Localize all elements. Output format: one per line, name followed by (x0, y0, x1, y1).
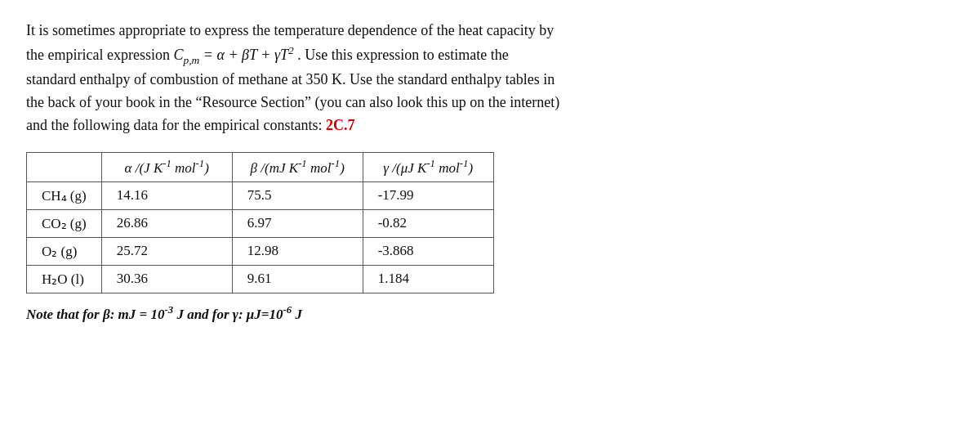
cell-alpha: 30.36 (101, 265, 232, 293)
cell-alpha: 25.72 (101, 237, 232, 265)
line5-prefix: and the following data for the empirical… (26, 117, 326, 133)
formula-subscript: p,m (183, 53, 199, 65)
line2-suffix: . Use this expression to estimate the (294, 47, 509, 63)
table-row: CH₄ (g)14.1675.5-17.99 (27, 181, 494, 209)
table-row: H₂O (l)30.369.611.184 (27, 265, 494, 293)
line1-text: It is sometimes appropriate to express t… (26, 22, 554, 38)
cell-alpha: 26.86 (101, 209, 232, 237)
cell-species: O₂ (g) (27, 237, 102, 265)
header-alpha: α /(J K-1 mol-1) (101, 153, 232, 182)
header-species (27, 153, 102, 182)
table-row: O₂ (g)25.7212.98-3.868 (27, 237, 494, 265)
cell-alpha: 14.16 (101, 181, 232, 209)
note-text: Note that for β: mJ = 10-3 J and for γ: … (26, 305, 954, 324)
problem-number: 2C.7 (326, 117, 355, 133)
cell-gamma: -3.868 (363, 237, 493, 265)
header-beta: β /(mJ K-1 mol-1) (232, 153, 363, 182)
main-paragraph: It is sometimes appropriate to express t… (26, 20, 954, 137)
cell-beta: 6.97 (232, 209, 363, 237)
table-row: CO₂ (g)26.866.97-0.82 (27, 209, 494, 237)
cell-species: H₂O (l) (27, 265, 102, 293)
cell-beta: 12.98 (232, 237, 363, 265)
header-gamma: γ /(μJ K-1 mol-1) (363, 153, 493, 182)
line2-prefix: the empirical expression (26, 47, 173, 63)
cell-species: CO₂ (g) (27, 209, 102, 237)
line4-text: the back of your book in the “Resource S… (26, 94, 559, 110)
cell-gamma: -17.99 (363, 181, 493, 209)
cell-beta: 9.61 (232, 265, 363, 293)
cell-species: CH₄ (g) (27, 181, 102, 209)
data-table: α /(J K-1 mol-1) β /(mJ K-1 mol-1) γ /(μ… (26, 152, 494, 293)
cell-gamma: 1.184 (363, 265, 493, 293)
cell-beta: 75.5 (232, 181, 363, 209)
formula-text: Cp,m = α + βT + γT2 (173, 47, 293, 63)
cell-gamma: -0.82 (363, 209, 493, 237)
line3-text: standard enthalpy of combustion of metha… (26, 71, 555, 87)
